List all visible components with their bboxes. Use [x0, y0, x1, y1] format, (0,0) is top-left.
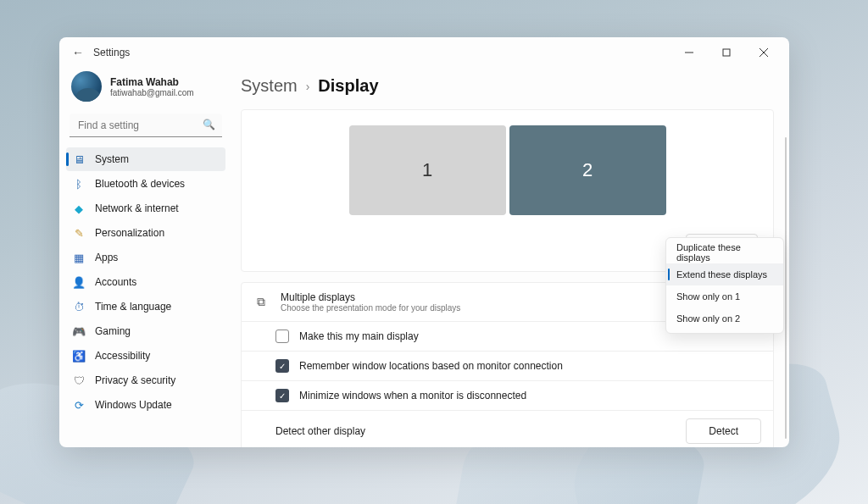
privacy-icon: 🛡: [73, 374, 85, 387]
nav-network[interactable]: ◆Network & internet: [66, 197, 225, 220]
label-main-display: Make this my main display: [299, 330, 419, 342]
settings-window: ← Settings Fatima Wahab fatiwahab@gmail.…: [59, 37, 789, 447]
row-detect: Detect other display Detect: [241, 411, 774, 447]
nav-apps[interactable]: ▦Apps: [66, 246, 225, 269]
profile-name: Fatima Wahab: [110, 76, 194, 88]
minimize-button[interactable]: [670, 41, 708, 64]
search-input[interactable]: [70, 114, 222, 137]
accessibility-icon: ♿: [73, 350, 85, 363]
row-minimize: ✓ Minimize windows when a monitor is dis…: [241, 381, 774, 411]
nav-system[interactable]: 🖥System: [66, 147, 225, 171]
window-title: Settings: [93, 47, 130, 58]
section-subtitle: Choose the presentation mode for your di…: [281, 303, 460, 313]
apps-icon: ▦: [73, 252, 85, 264]
chevron-right-icon: ›: [306, 80, 310, 93]
display-mode-dropdown: Duplicate these displays Extend these di…: [665, 237, 784, 334]
maximize-button[interactable]: [708, 41, 745, 64]
monitor-1[interactable]: 1: [349, 125, 506, 215]
row-remember: ✓ Remember window locations based on mon…: [241, 352, 774, 381]
nav-gaming[interactable]: 🎮Gaming: [66, 319, 225, 343]
dd-only-1[interactable]: Show only on 1: [666, 285, 783, 307]
system-icon: 🖥: [73, 153, 85, 166]
avatar: [71, 71, 102, 102]
time-icon: ⏱: [73, 301, 85, 313]
breadcrumb-current: Display: [318, 76, 378, 96]
back-button[interactable]: ←: [66, 41, 90, 64]
personalization-icon: ✎: [73, 227, 85, 240]
checkbox-minimize[interactable]: ✓: [275, 389, 289, 402]
nav-privacy[interactable]: 🛡Privacy & security: [66, 368, 225, 392]
label-detect: Detect other display: [275, 425, 365, 437]
scrollbar[interactable]: [785, 137, 787, 439]
sidebar: Fatima Wahab fatiwahab@gmail.com 🔍 🖥Syst…: [59, 68, 231, 447]
monitor-2[interactable]: 2: [509, 125, 666, 215]
titlebar: ← Settings: [59, 37, 789, 68]
nav-bluetooth[interactable]: ᛒBluetooth & devices: [66, 172, 225, 196]
detect-button[interactable]: Detect: [686, 418, 761, 444]
gaming-icon: 🎮: [73, 325, 85, 338]
profile[interactable]: Fatima Wahab fatiwahab@gmail.com: [66, 68, 225, 114]
window-controls: [670, 41, 782, 64]
nav-accessibility[interactable]: ♿Accessibility: [66, 344, 225, 368]
nav-update[interactable]: ⟳Windows Update: [66, 393, 225, 417]
label-remember: Remember window locations based on monit…: [299, 360, 563, 372]
dd-extend[interactable]: Extend these displays: [666, 263, 783, 285]
displays-icon: ⧉: [253, 295, 269, 309]
search: 🔍: [70, 114, 222, 137]
breadcrumb: System › Display: [241, 68, 774, 109]
main-content: System › Display 1 2 Identify Duplicate …: [231, 68, 789, 447]
breadcrumb-parent[interactable]: System: [241, 76, 298, 96]
close-button[interactable]: [745, 41, 782, 64]
nav-time-language[interactable]: ⏱Time & language: [66, 295, 225, 318]
label-minimize: Minimize windows when a monitor is disco…: [299, 390, 526, 402]
section-title: Multiple displays: [281, 291, 460, 303]
dd-duplicate[interactable]: Duplicate these displays: [666, 241, 783, 263]
update-icon: ⟳: [73, 399, 85, 412]
nav-personalization[interactable]: ✎Personalization: [66, 221, 225, 245]
bluetooth-icon: ᛒ: [73, 178, 85, 191]
network-icon: ◆: [73, 202, 85, 215]
svg-rect-1: [723, 49, 730, 56]
dd-only-2[interactable]: Show only on 2: [666, 307, 783, 330]
nav: 🖥System ᛒBluetooth & devices ◆Network & …: [66, 147, 225, 417]
checkbox-remember[interactable]: ✓: [275, 359, 289, 373]
accounts-icon: 👤: [73, 276, 85, 289]
profile-email: fatiwahab@gmail.com: [110, 88, 194, 97]
search-icon: 🔍: [203, 119, 215, 130]
checkbox-main-display[interactable]: [275, 330, 289, 343]
nav-accounts[interactable]: 👤Accounts: [66, 270, 225, 294]
